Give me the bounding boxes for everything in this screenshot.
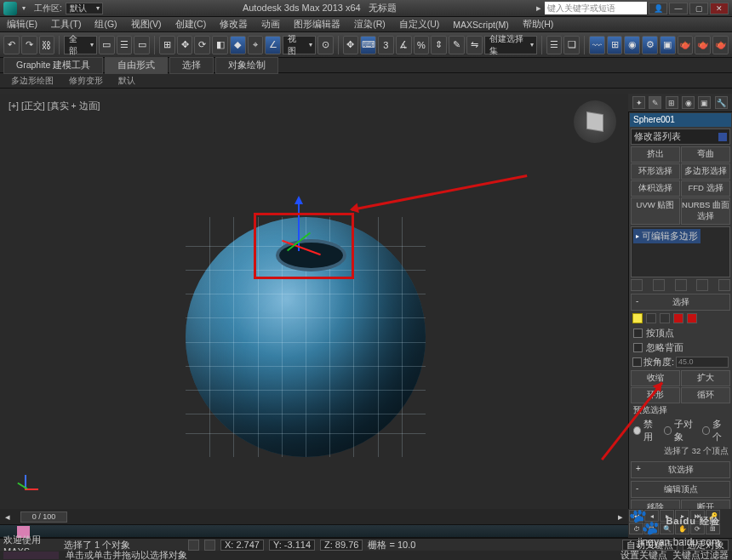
- preview-multi-radio[interactable]: 多个: [702, 418, 728, 443]
- by-angle-checkbox[interactable]: [632, 357, 642, 367]
- signin-button[interactable]: 👤: [649, 3, 667, 14]
- utilities-tab-icon[interactable]: 🔧: [715, 96, 728, 109]
- polygon-level-button[interactable]: [673, 313, 683, 323]
- hierarchy-tab-icon[interactable]: ⊞: [666, 96, 678, 109]
- setkey-button[interactable]: 设置关键点: [620, 549, 667, 560]
- lock-icon[interactable]: [188, 540, 199, 551]
- layers-button[interactable]: ❏: [563, 36, 580, 54]
- chevron-down-icon[interactable]: ▾: [22, 4, 26, 12]
- rendered-frame-button[interactable]: ▣: [660, 36, 676, 54]
- menu-rendering[interactable]: 渲染(R): [347, 19, 392, 31]
- motion-tab-icon[interactable]: ◉: [682, 96, 695, 109]
- curve-editor-button[interactable]: 〰: [589, 36, 605, 54]
- workspace-dropdown[interactable]: 默认: [66, 3, 103, 14]
- preview-off-radio[interactable]: 禁用: [633, 418, 659, 443]
- menu-maxscript[interactable]: MAXScript(M): [446, 20, 515, 30]
- angle-spinner[interactable]: 45.0: [676, 357, 729, 368]
- modify-tab-icon[interactable]: ✎: [649, 96, 661, 109]
- redo-button[interactable]: ↷: [21, 36, 37, 54]
- viewport-label[interactable]: [+] [正交] [真实 + 边面]: [9, 100, 100, 112]
- btn-volsel[interactable]: 体积选择: [631, 180, 680, 197]
- modifier-stack[interactable]: 可编辑多边形: [631, 226, 730, 277]
- render-setup-button[interactable]: ⚙: [642, 36, 658, 54]
- coord-x[interactable]: X: 2.747: [220, 540, 264, 551]
- viewport[interactable]: [0, 94, 628, 509]
- render-prod-button[interactable]: 🫖: [695, 36, 711, 54]
- menu-group[interactable]: 组(G): [88, 19, 123, 31]
- track-bar[interactable]: [0, 524, 628, 538]
- mirror-button[interactable]: ⇋: [466, 36, 483, 54]
- edge-level-button[interactable]: [646, 313, 656, 323]
- ribbon-sub-defaults[interactable]: 默认: [111, 73, 143, 89]
- menu-views[interactable]: 视图(V): [124, 19, 169, 31]
- time-position[interactable]: 0 / 100: [20, 511, 67, 523]
- spinner-snap-button[interactable]: ⇕: [431, 36, 447, 54]
- btn-polysel[interactable]: 多边形选择: [681, 163, 730, 180]
- keyfilters-button[interactable]: 关键点过滤器: [672, 549, 729, 560]
- loop-button[interactable]: 循环: [681, 387, 730, 403]
- ribbon-sub-paintdeform[interactable]: 修剪变形: [61, 73, 111, 89]
- menu-create[interactable]: 创建(C): [169, 19, 214, 31]
- schematic-view-button[interactable]: ⊞: [607, 36, 623, 54]
- ribbon-tab-objectpaint[interactable]: 对象绘制: [215, 57, 278, 74]
- refcoord-dropdown[interactable]: 视图: [283, 36, 316, 54]
- percent-snap-button[interactable]: %: [414, 36, 430, 54]
- ribbon-tab-freeform[interactable]: 自由形式: [105, 57, 168, 74]
- menu-edit[interactable]: 编辑(E): [0, 19, 44, 31]
- menu-modifiers[interactable]: 修改器: [213, 19, 254, 31]
- create-tab-icon[interactable]: ✦: [632, 96, 645, 109]
- angle-snap-button[interactable]: ∠: [265, 36, 281, 54]
- material-editor-button[interactable]: ◉: [624, 36, 640, 54]
- border-level-button[interactable]: [660, 313, 670, 323]
- snap-button[interactable]: ⌖: [248, 36, 264, 54]
- menu-tools[interactable]: 工具(T): [44, 19, 88, 31]
- remove-mod-icon[interactable]: [696, 279, 708, 291]
- make-unique-icon[interactable]: [675, 279, 687, 291]
- app-icon[interactable]: [3, 2, 17, 15]
- vertex-level-button[interactable]: [632, 313, 643, 323]
- object-name-field[interactable]: Sphere001: [630, 113, 731, 127]
- select-manip-button[interactable]: ✥: [343, 36, 359, 54]
- select-manipulate-button[interactable]: ◆: [230, 36, 246, 54]
- search-input[interactable]: 键入关键字或短语: [545, 2, 647, 14]
- close-button[interactable]: ✕: [710, 3, 729, 14]
- by-vertex-checkbox[interactable]: 按顶点: [629, 326, 732, 340]
- show-end-icon[interactable]: [653, 279, 665, 291]
- element-level-button[interactable]: [687, 313, 697, 323]
- info-icon[interactable]: ▸: [536, 3, 541, 14]
- selection-filter-dropdown[interactable]: 全部: [64, 36, 97, 54]
- rollout-softselection[interactable]: 软选择: [631, 461, 730, 478]
- angle-icon[interactable]: ∡: [396, 36, 412, 54]
- ribbon-sub-polydraw[interactable]: 多边形绘图: [3, 73, 61, 89]
- select-scale-button[interactable]: ◧: [212, 36, 228, 54]
- grow-button[interactable]: 扩大: [681, 370, 730, 386]
- coord-z[interactable]: Z: 89.76: [320, 540, 363, 551]
- time-slider[interactable]: ◂ 0 / 100 ▸: [0, 509, 628, 524]
- pin-stack-icon[interactable]: [631, 279, 643, 291]
- select-move-button[interactable]: ✥: [177, 36, 193, 54]
- window-crossing-button[interactable]: ⊞: [159, 36, 175, 54]
- maximize-button[interactable]: ▢: [689, 3, 708, 14]
- menu-animation[interactable]: 动画: [254, 19, 287, 31]
- menu-customize[interactable]: 自定义(U): [392, 19, 447, 31]
- link-button[interactable]: ⛓: [39, 36, 55, 54]
- named-selection-dropdown[interactable]: 创建选择集: [484, 36, 537, 54]
- ignore-backfacing-checkbox[interactable]: 忽略背面: [629, 340, 732, 355]
- rollout-selection[interactable]: 选择: [631, 294, 730, 311]
- rect-region-button[interactable]: ▭: [134, 36, 150, 54]
- render-button[interactable]: 🫖: [678, 36, 694, 54]
- keyboard-shortcut-button[interactable]: ⌨: [360, 36, 376, 54]
- select-name-button[interactable]: ☰: [117, 36, 133, 54]
- ribbon-tab-selection[interactable]: 选择: [169, 57, 214, 74]
- btn-uvw[interactable]: UVW 贴图: [631, 197, 680, 225]
- select-object-button[interactable]: ▭: [99, 36, 115, 54]
- viewcube[interactable]: [574, 100, 616, 143]
- color-swatch[interactable]: [718, 133, 727, 141]
- btn-ffd[interactable]: FFD 选择: [681, 180, 730, 197]
- listener-field[interactable]: [3, 551, 59, 559]
- select-rotate-button[interactable]: ⟳: [194, 36, 210, 54]
- render-iter-button[interactable]: 🫖: [712, 36, 729, 54]
- display-tab-icon[interactable]: ▣: [698, 96, 711, 109]
- btn-extrude[interactable]: 挤出: [631, 146, 680, 163]
- menu-help[interactable]: 帮助(H): [516, 19, 561, 31]
